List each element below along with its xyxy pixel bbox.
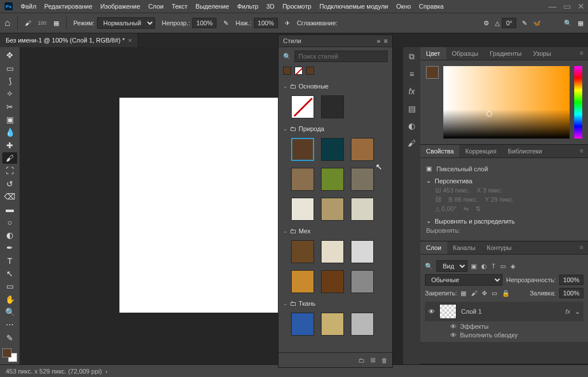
wand-tool[interactable]: ✧	[2, 88, 17, 99]
style-thumb[interactable]	[321, 138, 344, 161]
x-value[interactable]: 3 пикс.	[483, 187, 503, 194]
style-thumb[interactable]	[351, 198, 374, 221]
filter-search-icon[interactable]: 🔍	[425, 263, 433, 270]
panel-icon-2[interactable]: ≡	[409, 70, 414, 79]
color-picker[interactable]	[443, 66, 570, 139]
panel-icon-layers[interactable]: ▤	[408, 104, 416, 113]
fg-color-swatch[interactable]	[426, 66, 439, 79]
edit-toolbar[interactable]: ✎	[2, 332, 17, 344]
layer-fx-badge[interactable]: fx	[565, 308, 570, 315]
panel-icon-brush[interactable]: 🖌	[408, 139, 416, 148]
styles-menu-icon[interactable]: ≡	[384, 37, 388, 44]
width-value[interactable]: 453 пикс.	[443, 187, 470, 194]
menu-3d[interactable]: 3D	[266, 3, 274, 10]
props-panel-menu-icon[interactable]: ≡	[575, 145, 588, 157]
rotate-value[interactable]: 0,00°	[442, 205, 457, 212]
menu-image[interactable]: Изображение	[100, 3, 140, 10]
style-thumb[interactable]	[351, 270, 374, 293]
style-group-header[interactable]: ⌄🗀Мех	[281, 226, 390, 236]
frame-tool[interactable]: ▣	[2, 114, 17, 125]
style-thumb[interactable]	[291, 168, 314, 191]
visibility-icon[interactable]: 👁	[428, 308, 435, 315]
stroke-visibility-icon[interactable]: 👁	[450, 332, 457, 338]
style-group-header[interactable]: ⌄🗀Основные	[281, 82, 390, 91]
style-thumb[interactable]	[291, 198, 314, 221]
style-thumb[interactable]	[321, 168, 344, 191]
gear-icon[interactable]: ⚙	[483, 20, 489, 27]
new-group-icon[interactable]: 🗀	[358, 357, 365, 364]
menu-filter[interactable]: Фильтр	[237, 3, 258, 10]
filter-type-icon[interactable]: T	[492, 263, 496, 270]
style-group-header[interactable]: ⌄🗀Ткань	[281, 299, 390, 308]
layer-row[interactable]: 👁 Слой 1 fx ⌄	[425, 302, 583, 321]
layer-thumb[interactable]	[439, 304, 457, 319]
new-style-icon[interactable]: ⊞	[370, 356, 376, 364]
symmetry-icon[interactable]: ✎	[522, 20, 527, 27]
style-thumb[interactable]	[321, 95, 344, 118]
style-thumb[interactable]	[321, 270, 344, 293]
home-icon[interactable]: ⌂	[5, 18, 10, 28]
shape-tool[interactable]: ▭	[2, 280, 17, 292]
filter-smart-icon[interactable]: ◈	[510, 263, 515, 270]
status-chevron-icon[interactable]: ›	[105, 368, 107, 375]
layer-name[interactable]: Слой 1	[461, 308, 560, 315]
blend-mode-select[interactable]: Нормальный	[97, 17, 155, 29]
move-tool[interactable]: ✥	[2, 49, 17, 61]
delete-style-icon[interactable]: 🗑	[381, 357, 388, 364]
tab-libraries[interactable]: Библиотеки	[502, 145, 548, 157]
styles-search-input[interactable]	[295, 51, 388, 62]
menu-select[interactable]: Выделение	[196, 3, 229, 10]
tab-gradients[interactable]: Градиенты	[484, 47, 527, 60]
align-section[interactable]: Выровнять и распределить	[435, 218, 515, 225]
tab-layers[interactable]: Слои	[420, 241, 447, 254]
link-icon[interactable]: ⛓	[435, 196, 442, 203]
recent-style-1[interactable]	[283, 67, 291, 75]
tab-channels[interactable]: Каналы	[447, 241, 481, 254]
blur-tool[interactable]: ○	[2, 216, 17, 228]
style-thumb[interactable]	[291, 313, 314, 336]
crop-tool[interactable]: ✂	[2, 101, 17, 112]
pen-tool[interactable]: ✒	[2, 242, 17, 253]
style-thumb[interactable]	[321, 313, 344, 336]
menu-help[interactable]: Справка	[419, 3, 444, 10]
gradient-tool[interactable]: ▬	[2, 203, 17, 215]
height-value[interactable]: 86 пикс.	[454, 196, 478, 203]
tab-adjustments[interactable]: Коррекция	[459, 145, 502, 157]
type-tool[interactable]: T	[2, 255, 17, 267]
lock-all-icon[interactable]: 🔒	[502, 290, 510, 297]
window-close-icon[interactable]: ✕	[578, 2, 585, 11]
stroke-effect-label[interactable]: Выполнить обводку	[460, 332, 517, 338]
document-tab[interactable]: Без имени-1 @ 100% (Слой 1, RGB/8#) * ×	[0, 33, 138, 47]
lock-trans-icon[interactable]: ▦	[461, 290, 466, 297]
flow-value[interactable]: 100%	[254, 18, 278, 28]
lock-artboard-icon[interactable]: ▭	[492, 290, 497, 297]
search-icon[interactable]: 🔍	[564, 20, 572, 27]
layer-filter-select[interactable]: Вид	[436, 260, 467, 272]
marquee-tool[interactable]: ▭	[2, 62, 17, 74]
styles-collapse-icon[interactable]: »	[377, 37, 380, 44]
style-thumb[interactable]	[351, 138, 374, 161]
hand-tool[interactable]: ✋	[2, 294, 17, 305]
menu-file[interactable]: Файл	[21, 3, 36, 10]
hue-slider[interactable]	[574, 66, 582, 139]
zoom-tool[interactable]: 🔍	[2, 306, 17, 318]
lasso-tool[interactable]: ⟆	[2, 75, 17, 87]
tab-patterns[interactable]: Узоры	[527, 47, 556, 60]
blend-mode-layer[interactable]: Обычные	[425, 274, 502, 286]
stamp-tool[interactable]: ⛶	[2, 165, 17, 176]
menu-edit[interactable]: Редактирование	[44, 3, 92, 10]
style-group-header[interactable]: ⌄🗀Природа	[281, 124, 390, 133]
style-thumb[interactable]	[351, 240, 374, 263]
tab-swatches[interactable]: Образцы	[446, 47, 484, 60]
recent-style-2[interactable]	[306, 67, 314, 75]
style-thumb[interactable]	[291, 95, 314, 118]
panel-icon-1[interactable]: ⧉	[409, 52, 415, 61]
style-thumb[interactable]	[291, 240, 314, 263]
window-minimize-icon[interactable]: —	[548, 2, 556, 11]
eraser-tool[interactable]: ⌫	[2, 191, 17, 202]
butterfly-icon[interactable]: 🦋	[533, 20, 541, 27]
brush-tool[interactable]: 🖌	[2, 152, 17, 164]
style-thumb[interactable]	[291, 270, 314, 293]
fill-value[interactable]: 100%	[559, 288, 583, 298]
menu-plugins[interactable]: Подключаемые модули	[319, 3, 388, 10]
